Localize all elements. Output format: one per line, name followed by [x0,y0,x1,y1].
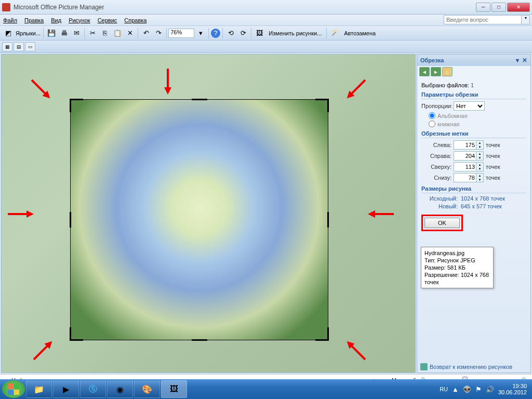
nav-fwd-icon[interactable]: ► [431,67,441,76]
mail-icon[interactable]: ✉ [71,28,82,39]
files-selected-label: Выбрано файлов: [421,82,469,88]
unit-label: точек [486,142,500,148]
bottom-spinner[interactable]: ▲▼ [476,173,484,182]
crop-handle-b[interactable] [192,327,207,341]
system-tray: RU ▲ 👽 ⚑ 🔊 19:30 30.06.2012 [440,383,530,395]
bottom-input[interactable] [454,173,476,182]
files-selected-count: 1 [471,82,474,88]
top-label: Сверху: [421,164,451,170]
edit-pictures-icon[interactable]: 🖼 [254,28,265,39]
crop-handle-t[interactable] [192,99,207,112]
save-icon[interactable]: 💾 [46,28,57,39]
menu-view[interactable]: Вид [51,17,61,23]
crop-handle-l[interactable] [70,212,83,228]
crop-handle-br[interactable] [315,327,329,341]
task-player-icon[interactable]: ▶ [53,380,79,398]
menu-file[interactable]: Файл [3,17,17,23]
help-search-input[interactable] [444,15,522,24]
right-input[interactable] [454,151,476,161]
thumbnails-view-icon[interactable]: ▦ [2,42,12,51]
toolbar: ◩ Ярлыки... 💾 🖶 ✉ ✂ ⎘ 📋 ✕ ↶ ↷ 76% ▾ ? ⟲ … [0,26,532,41]
view-row: ▦ ▤ ▭ [0,41,532,53]
zoom-combo[interactable]: 76% [168,29,194,38]
tray-network-icon[interactable]: 👽 [463,385,471,393]
annotation-arrow [8,210,34,218]
top-input[interactable] [454,162,476,171]
section-dims: Размеры рисунка [421,185,526,193]
tray-clock[interactable]: 19:30 30.06.2012 [498,383,527,395]
canvas[interactable] [1,54,416,373]
tray-flag-icon[interactable]: ⚑ [475,385,482,393]
start-button[interactable] [2,380,25,398]
task-picmgr-icon[interactable]: 🖼 [161,380,187,398]
undo-icon[interactable]: ↶ [140,28,152,39]
copy-icon[interactable]: ⎘ [99,28,111,39]
delete-icon[interactable]: ✕ [124,28,136,39]
help-icon[interactable]: ? [211,29,220,38]
right-spinner[interactable]: ▲▼ [476,151,484,161]
section-crop-params: Параметры обрезки [421,91,526,99]
task-chrome-icon[interactable]: ◉ [107,380,133,398]
annotation-arrow [164,69,171,95]
ok-highlight: OK [421,215,463,231]
tray-up-icon[interactable]: ▲ [452,385,459,393]
bottom-label: Снизу: [421,175,451,181]
taskbar: 📁 ▶ Ⓢ ◉ 🎨 🖼 RU ▲ 👽 ⚑ 🔊 19:30 30.06.2012 [0,379,532,399]
titlebar: Microsoft Office Picture Manager ─ □ ✕ [0,0,532,15]
aspect-label: Пропорции: [421,103,451,109]
crop-handle-tl[interactable] [70,99,83,112]
menu-edit[interactable]: Правка [24,17,44,23]
minimize-button[interactable]: ─ [476,3,490,12]
filmstrip-view-icon[interactable]: ▤ [14,42,24,51]
crop-panel: Обрезка ▾ ✕ ◄ ► ⌂ Выбрано файлов: 1 Пара… [417,54,531,373]
crop-handle-r[interactable] [315,212,329,228]
tray-lang[interactable]: RU [440,386,448,392]
ok-button[interactable]: OK [424,218,460,228]
return-link[interactable]: Возврат к изменению рисунков [420,363,512,370]
left-spinner[interactable]: ▲▼ [476,140,484,150]
edit-pictures-button[interactable]: Изменить рисунки... [267,30,324,36]
maximize-button[interactable]: □ [491,3,506,12]
portrait-label: книжная [437,121,460,127]
shortcuts-button[interactable]: Ярлыки... [16,30,41,36]
single-view-icon[interactable]: ▭ [25,42,35,51]
nav-home-icon[interactable]: ⌂ [442,67,453,76]
cut-icon[interactable]: ✂ [87,28,98,39]
aspect-select[interactable]: Нет [454,101,485,111]
crop-handle-tr[interactable] [315,99,329,112]
help-dropdown[interactable]: ▾ [522,15,530,24]
return-icon [420,363,428,370]
menu-tools[interactable]: Сервис [98,17,117,23]
menu-help[interactable]: Справка [124,17,147,23]
tray-sound-icon[interactable]: 🔊 [486,385,494,393]
nav-back-icon[interactable]: ◄ [419,67,430,76]
left-input[interactable] [454,140,476,150]
rotate-left-icon[interactable]: ⟲ [225,28,236,39]
panel-nav: ◄ ► ⌂ [417,66,530,77]
panel-title: Обрезка [420,57,444,63]
landscape-radio[interactable] [429,112,435,119]
menu-picture[interactable]: Рисунок [69,17,90,23]
top-spinner[interactable]: ▲▼ [476,162,484,171]
task-explorer-icon[interactable]: 📁 [26,380,52,398]
panel-close-icon[interactable]: ✕ [522,57,527,64]
tooltip-size: Размер: 581 КБ [424,264,490,271]
task-paint-icon[interactable]: 🎨 [134,380,160,398]
task-skype-icon[interactable]: Ⓢ [80,380,106,398]
print-icon[interactable]: 🖶 [58,28,70,39]
left-label: Слева: [421,142,451,148]
portrait-radio[interactable] [429,121,435,127]
autocorrect-button[interactable]: Автозамена [342,30,378,36]
crop-selection[interactable] [71,100,328,340]
rotate-right-icon[interactable]: ⟳ [237,28,249,39]
redo-icon[interactable]: ↷ [153,28,164,39]
zoom-dropdown-icon[interactable]: ▾ [195,28,206,39]
autocorrect-icon[interactable]: 🪄 [329,28,340,39]
crop-handle-bl[interactable] [70,327,83,341]
panel-menu-icon[interactable]: ▾ [516,57,519,64]
shortcuts-icon[interactable]: ◩ [3,28,14,39]
close-button[interactable]: ✕ [507,3,530,12]
paste-icon[interactable]: 📋 [112,28,123,39]
tooltip-type: Тип: Рисунок JPEG [424,257,490,264]
orig-dim-label: Исходный: [421,195,458,202]
